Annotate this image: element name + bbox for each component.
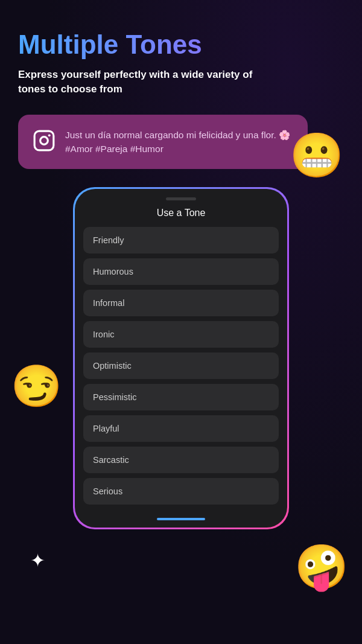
scroll-indicator bbox=[157, 518, 205, 520]
tone-item[interactable]: Ironic bbox=[83, 321, 279, 348]
tongue-emoji: 🤪 bbox=[294, 541, 349, 593]
grimace-emoji: 😬 bbox=[290, 130, 344, 181]
tone-list: FriendlyHumorousInformalIronicOptimistic… bbox=[75, 227, 287, 513]
tone-item[interactable]: Playful bbox=[83, 415, 279, 442]
card-text: Just un día normal cargando mi felicidad… bbox=[65, 128, 293, 156]
phone-section-title: Use a Tone bbox=[75, 208, 287, 218]
svg-point-2 bbox=[48, 134, 51, 136]
phone-notch bbox=[166, 197, 196, 200]
instagram-card: Just un día normal cargando mi felicidad… bbox=[18, 115, 308, 170]
tone-item[interactable]: Optimistic bbox=[83, 352, 279, 379]
tone-item[interactable]: Serious bbox=[83, 478, 279, 505]
tone-item[interactable]: Informal bbox=[83, 290, 279, 316]
svg-rect-0 bbox=[34, 131, 54, 150]
tone-item[interactable]: Humorous bbox=[83, 258, 279, 285]
phone-frame: Use a Tone FriendlyHumorousInformalIroni… bbox=[73, 187, 289, 529]
instagram-icon bbox=[33, 129, 56, 152]
sparkle-decoration: ✦ bbox=[30, 549, 45, 572]
main-container: Multiple Tones Express yourself perfectl… bbox=[0, 0, 362, 644]
page-subtitle: Express yourself perfectly with a wide v… bbox=[18, 68, 272, 97]
tone-item[interactable]: Pessimistic bbox=[83, 384, 279, 410]
smirk-emoji: 😏 bbox=[11, 362, 62, 410]
tone-item[interactable]: Friendly bbox=[83, 227, 279, 253]
phone-inner: Use a Tone FriendlyHumorousInformalIroni… bbox=[75, 189, 287, 528]
svg-point-1 bbox=[40, 137, 48, 145]
tone-item[interactable]: Sarcastic bbox=[83, 447, 279, 473]
page-title: Multiple Tones bbox=[18, 30, 344, 59]
